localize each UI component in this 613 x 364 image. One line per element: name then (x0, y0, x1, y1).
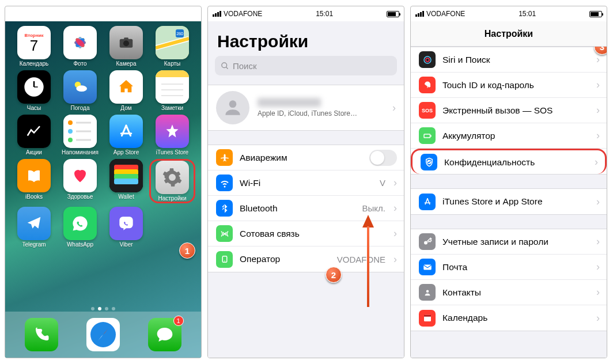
row-label: Конфиденциальность (444, 157, 586, 168)
app-telegram[interactable]: Telegram (11, 207, 57, 248)
phone-settings-main: VODAFONE 15:01 Настройки Поиск Apple ID,… (207, 6, 404, 358)
app-label: App Store (113, 149, 139, 156)
group-general: Siri и Поиск› Touch ID и код-пароль› SOS… (411, 47, 607, 175)
app-label: Фото (74, 60, 87, 67)
home-icon (109, 70, 143, 104)
page-title: Настройки (208, 21, 404, 56)
app-label: Карты (164, 60, 181, 67)
app-itunesstore[interactable]: iTunes Store (149, 115, 195, 156)
app-reminders[interactable]: Напоминания (57, 115, 103, 156)
app-label: iBooks (25, 194, 43, 200)
app-label: Wallet (118, 194, 134, 200)
app-clock[interactable]: Часы (11, 70, 57, 111)
row-mail[interactable]: Почта› (411, 255, 607, 280)
maps-icon: 280 (156, 26, 189, 59)
svg-point-18 (76, 85, 87, 92)
row-siri[interactable]: Siri и Поиск› (411, 47, 607, 73)
clock-label: 15:01 (519, 10, 536, 18)
app-ibooks[interactable]: iBooks (11, 159, 57, 203)
svg-rect-54 (430, 135, 432, 136)
svg-point-45 (222, 62, 227, 67)
row-touchid[interactable]: Touch ID и код-пароль› (411, 73, 607, 98)
whatsapp-icon (63, 207, 97, 240)
app-viber[interactable]: Viber (103, 207, 149, 248)
row-battery[interactable]: Аккумулятор› (411, 123, 607, 149)
clock-label: 15:01 (316, 10, 333, 18)
row-accounts-passwords[interactable]: Учетные записи и пароли› (411, 229, 607, 255)
badge-messages: 1 (173, 316, 184, 326)
row-label: Экстренный вызов — SOS (442, 105, 588, 116)
settings-screen[interactable]: Настройки Поиск Apple ID, iCloud, iTunes… (208, 21, 404, 358)
phone-settings-scrolled: VODAFONE 15:01 Настройки Siri и Поиск› T… (410, 6, 607, 358)
row-privacy[interactable]: Конфиденциальность› 3 (411, 149, 607, 174)
app-label: Часы (27, 105, 41, 111)
dock-safari[interactable] (86, 318, 120, 351)
photos-icon (63, 26, 97, 59)
dock-phone[interactable] (25, 318, 58, 351)
chevron-right-icon: › (595, 156, 598, 168)
app-appstore[interactable]: App Store (103, 115, 149, 156)
svg-line-46 (226, 67, 228, 69)
dock: 1 (5, 312, 201, 358)
svg-point-48 (224, 233, 225, 234)
row-value: Выкл. (362, 203, 385, 213)
settings-screen[interactable]: Siri и Поиск› Touch ID и код-пароль› SOS… (411, 47, 607, 358)
annotation-1: 1 (179, 242, 195, 259)
status-bar: VODAFONE 15:01 (208, 6, 404, 21)
dock-messages[interactable]: 1 (148, 318, 181, 351)
app-label: Заметки (161, 105, 183, 111)
chevron-right-icon: › (392, 102, 396, 114)
app-label: Погода (71, 105, 90, 111)
row-label: Календарь (442, 313, 588, 323)
app-stocks[interactable]: Акции (11, 115, 57, 156)
app-calendar[interactable]: Вторник7Календарь (11, 26, 57, 67)
app-weather[interactable]: Погода (57, 70, 103, 111)
app-notes[interactable]: Заметки (149, 70, 195, 111)
row-cellular[interactable]: Сотовая связь› (208, 221, 404, 247)
app-camera[interactable]: Камера (103, 26, 149, 67)
row-calendar[interactable]: Календарь› (411, 305, 607, 331)
app-label: Календарь (20, 60, 48, 67)
sos-icon: SOS (419, 102, 436, 119)
app-settings[interactable]: Настройки (149, 159, 195, 203)
svg-text:280: 280 (176, 32, 183, 36)
row-contacts[interactable]: Контакты› (411, 280, 607, 305)
app-maps[interactable]: 280Карты (149, 26, 195, 67)
row-appleid[interactable]: Apple ID, iCloud, iTunes Store… › (208, 85, 404, 130)
app-home[interactable]: Дом (103, 70, 149, 111)
row-carrier[interactable]: ОператорVODAFONE› (208, 247, 404, 272)
fingerprint-icon (419, 77, 436, 93)
bluetooth-icon (216, 200, 233, 217)
siri-icon (419, 51, 436, 68)
carrier-label: VODAFONE (426, 10, 465, 18)
reminders-icon (63, 115, 97, 148)
app-wallet[interactable]: Wallet (103, 159, 149, 203)
search-input[interactable]: Поиск (215, 56, 397, 75)
svg-point-59 (424, 241, 427, 244)
row-airplane[interactable]: Авиарежим (208, 145, 404, 170)
row-label: Учетные записи и пароли (442, 237, 588, 247)
page-dots[interactable] (5, 307, 201, 310)
chevron-right-icon: › (596, 79, 600, 91)
svg-rect-38 (114, 179, 138, 184)
chevron-right-icon: › (393, 253, 397, 266)
app-label: Камера (116, 60, 137, 67)
airplane-toggle[interactable] (369, 150, 397, 166)
chevron-right-icon: › (596, 196, 600, 208)
row-bluetooth[interactable]: BluetoothВыкл.› (208, 196, 404, 221)
row-itunes-appstore[interactable]: iTunes Store и App Store› (411, 189, 607, 214)
svg-point-26 (68, 129, 73, 134)
app-photos[interactable]: Фото (57, 26, 103, 67)
account-name-blurred (258, 98, 321, 107)
chevron-right-icon: › (596, 54, 600, 66)
app-whatsapp[interactable]: WhatsApp (57, 207, 103, 248)
row-wifi[interactable]: Wi-FiV› (208, 170, 404, 196)
app-label: Дом (120, 105, 131, 111)
group-store: iTunes Store и App Store› (411, 188, 607, 215)
home-screen[interactable]: Вторник7Календарь Фото Камера 280Карты Ч… (5, 21, 201, 358)
calendar-row-icon (419, 310, 436, 327)
app-health[interactable]: Здоровье (57, 159, 103, 203)
row-sos[interactable]: SOSЭкстренный вызов — SOS› (411, 98, 607, 123)
appstore-row-icon (419, 194, 436, 210)
app-label: Viber (119, 241, 133, 248)
